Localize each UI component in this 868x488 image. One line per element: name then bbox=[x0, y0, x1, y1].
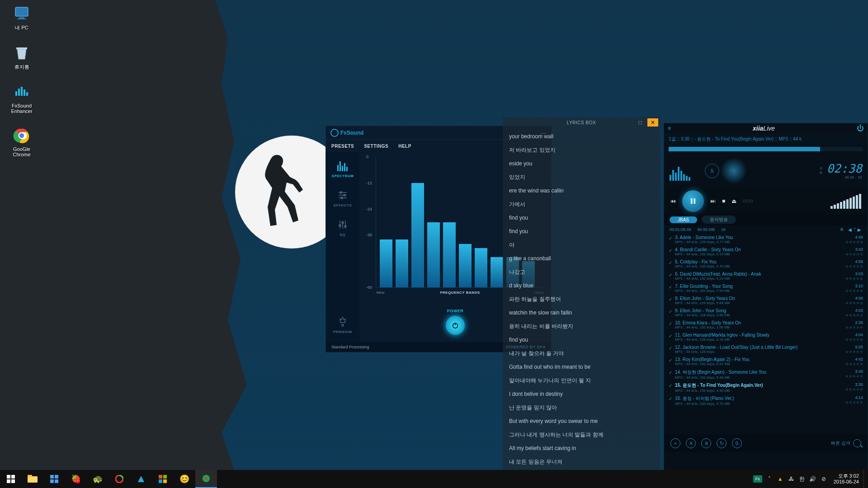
svg-rect-5 bbox=[18, 89, 20, 96]
repeat-button[interactable]: ↻ bbox=[717, 438, 726, 448]
playlist-track[interactable]: ✓10. Emma Kiara - Sixty Years OnMP3 :: 4… bbox=[669, 319, 863, 331]
pause-small-button[interactable]: ⏸ bbox=[701, 438, 711, 448]
play-pause-button[interactable] bbox=[682, 190, 704, 212]
desktop-icon-3[interactable]: GooGle Chrome bbox=[5, 127, 39, 157]
show-desktop[interactable] bbox=[863, 470, 866, 488]
trash-icon bbox=[13, 44, 31, 62]
tab-spectrum[interactable]: SPECTRUM bbox=[332, 160, 354, 178]
taskbar-app-6[interactable] bbox=[152, 470, 174, 488]
playback-time: 02:38 bbox=[827, 162, 862, 175]
tray-up-icon[interactable]: ˄ bbox=[764, 470, 775, 488]
lyric-line: 난 운명을 믿지 않아 bbox=[509, 401, 654, 414]
taskbar-explorer[interactable] bbox=[22, 470, 43, 488]
taskbar-app-5[interactable] bbox=[130, 470, 152, 488]
playlist-track[interactable]: ✓8. Elton John - Sixty Years OnMP3 :: 44… bbox=[669, 295, 863, 307]
search-label: 빠른 검색 bbox=[831, 440, 850, 446]
lyric-line: 저 바라보고 있었지 bbox=[509, 143, 654, 157]
lyric-line: find you bbox=[509, 211, 654, 225]
playlist-track[interactable]: ✓15. 윤도현 - To Find You(Begin Again.Ver)M… bbox=[669, 381, 863, 394]
desktop-icon-2[interactable]: FxSound Enhancer bbox=[5, 83, 39, 114]
s-button[interactable]: S bbox=[732, 438, 742, 448]
tab-effects[interactable]: EFFECTS bbox=[334, 190, 352, 207]
search-icon[interactable] bbox=[853, 439, 861, 447]
close-button[interactable]: ✕ bbox=[647, 118, 658, 127]
check-icon: ✓ bbox=[669, 236, 672, 241]
tab-music-broadcast[interactable]: 음악방송 bbox=[702, 216, 736, 224]
spectrum-bar bbox=[380, 239, 392, 287]
playlist-track[interactable]: ✓11. Glen Hansard/Markta Irglov - Fallin… bbox=[669, 331, 863, 343]
playlist-track[interactable]: ✓16. 윤정 - 비처럼 (Piano Ver.)MP3 :: 44 kHz,… bbox=[669, 394, 863, 407]
svg-rect-1 bbox=[19, 17, 24, 19]
pc-icon bbox=[13, 5, 31, 23]
tray-block-icon[interactable]: ⊘ bbox=[818, 470, 829, 488]
next-button[interactable]: ⏭ bbox=[710, 198, 716, 204]
svg-rect-2 bbox=[17, 19, 26, 19]
tray-net-icon[interactable]: 🖧 bbox=[786, 470, 797, 488]
taskbar-clock[interactable]: 오후 3:022018-06-24 bbox=[829, 473, 863, 485]
hamburger-icon[interactable]: ≡ bbox=[668, 125, 671, 131]
check-icon: ✓ bbox=[669, 346, 672, 351]
prev-button[interactable]: ⏮ bbox=[670, 198, 676, 204]
svg-rect-8 bbox=[26, 92, 28, 96]
tab-jbas[interactable]: JBAS bbox=[670, 216, 697, 223]
playlist-track[interactable]: ✓14. 박정현 (Begin Again) - Someone Like Yo… bbox=[669, 368, 863, 381]
taskbar-app-4[interactable] bbox=[108, 470, 130, 488]
playlist-track[interactable]: ✓5. Coldplay - Fix YouMP3 :: 44 kHz, 192… bbox=[669, 258, 863, 270]
processing-status: Standard Processing bbox=[331, 345, 369, 349]
visualizer bbox=[670, 161, 700, 181]
stop-button[interactable]: ■ bbox=[722, 198, 725, 204]
playlist-track[interactable]: ✓9. Elton John - Your SongMP3 :: 44 kHz,… bbox=[669, 307, 863, 319]
taskbar-app-1[interactable] bbox=[43, 470, 65, 488]
playlist-track[interactable]: ✓4. Brandi Carlile - Sixty Years OnMP3 :… bbox=[669, 246, 863, 258]
gear-icon[interactable]: ⚙ bbox=[840, 227, 844, 232]
presets-menu[interactable]: PRESETS bbox=[331, 144, 354, 149]
check-icon: ✓ bbox=[669, 309, 672, 314]
add-button[interactable]: + bbox=[670, 438, 680, 448]
svg-rect-27 bbox=[691, 198, 693, 204]
tray-lang-icon[interactable]: 한 bbox=[797, 470, 807, 488]
svg-rect-37 bbox=[50, 479, 54, 483]
taskbar-app-active[interactable] bbox=[195, 470, 217, 488]
remove-button[interactable]: ✕ bbox=[686, 438, 696, 448]
lyric-line: g like a canonball bbox=[509, 252, 654, 265]
eject-button[interactable]: ⏏ bbox=[731, 198, 736, 204]
lyric-line: your bedroom wall bbox=[509, 130, 654, 143]
taskbar-app-2[interactable]: 🍓 bbox=[65, 470, 87, 488]
lyric-line: 있었지 bbox=[509, 170, 654, 184]
power-icon[interactable]: ⏻ bbox=[857, 124, 864, 132]
maximize-button[interactable]: □ bbox=[635, 118, 646, 127]
power-button[interactable] bbox=[446, 316, 465, 335]
lyric-line: 그러나 내게 맹사하는 너의 말들과 함께 bbox=[509, 428, 654, 441]
ctrl-extra[interactable]: □ □ □ bbox=[743, 199, 752, 203]
playlist-track[interactable]: ✓12. Jackson Browne - Load Out/Stay (Jus… bbox=[669, 343, 863, 356]
taskbar-app-3[interactable]: 🐢 bbox=[87, 470, 108, 488]
start-button[interactable] bbox=[0, 470, 22, 488]
settings-menu[interactable]: SETTINGS bbox=[364, 144, 388, 149]
shuffle-button[interactable]: S bbox=[705, 164, 719, 178]
spectrum-bar bbox=[459, 244, 472, 287]
nav-arrows[interactable]: ◀˅▶ bbox=[847, 227, 862, 232]
tab-premium[interactable]: PREMIUM bbox=[333, 316, 352, 334]
playlist-track[interactable]: ✓7. Ellie Goulding - Your SongMP3 :: 44 … bbox=[669, 282, 863, 295]
taskbar-app-7[interactable]: 😊 bbox=[174, 470, 195, 488]
playlist-track[interactable]: ✓6. David DiMuzio(Feat. Anna Rabts) - An… bbox=[669, 270, 863, 282]
playlist-track[interactable]: ✓13. Roy Kim(Begin Again 2) - Fix YouMP3… bbox=[669, 356, 863, 368]
tray-vol-icon[interactable]: 🔊 bbox=[807, 470, 818, 488]
tab-eq[interactable]: EQ bbox=[337, 219, 348, 237]
check-icon: ✓ bbox=[669, 321, 672, 326]
desktop-icon-1[interactable]: 휴지통 bbox=[5, 44, 39, 70]
tray-fx-icon[interactable]: Fx bbox=[753, 475, 762, 483]
svg-rect-31 bbox=[7, 479, 10, 483]
lyric-line: 용히 내리는 비를 바라봤지 bbox=[509, 319, 654, 333]
help-menu[interactable]: HELP bbox=[398, 144, 411, 149]
check-icon: ✓ bbox=[669, 285, 672, 290]
desktop-icon-0[interactable]: 내 PC bbox=[5, 5, 39, 31]
volume-slider[interactable] bbox=[830, 194, 861, 209]
desktop-icon-label: 휴지통 bbox=[5, 64, 39, 70]
tray-warn-icon[interactable]: ▲ bbox=[775, 470, 786, 488]
svg-rect-42 bbox=[159, 479, 162, 483]
progress-bar[interactable] bbox=[669, 147, 863, 151]
playlist-track[interactable]: ✓3. Adele - Someone Like YouMP3 :: 44 kH… bbox=[669, 234, 863, 246]
svg-rect-30 bbox=[11, 475, 15, 479]
lyric-line: I dont belive in destiny bbox=[509, 387, 654, 401]
